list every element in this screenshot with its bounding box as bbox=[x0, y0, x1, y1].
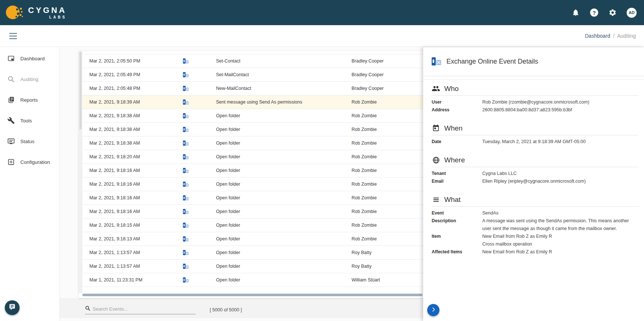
section-title: Where bbox=[444, 156, 465, 164]
section-header: Where bbox=[432, 156, 638, 167]
result-count: [ 5000 of 5000 ] bbox=[210, 307, 242, 312]
event-time: Mar 2, 2021, 9:18:20 AM bbox=[89, 154, 183, 159]
event-name: Set-Contact bbox=[216, 58, 352, 64]
event-user: Bradley Cooper bbox=[352, 72, 423, 77]
sidebar-item-auditing[interactable]: Auditing bbox=[0, 69, 59, 89]
section-title: When bbox=[444, 124, 463, 132]
field-row: DateTuesday, March 2, 2021 at 9:18:39 AM… bbox=[432, 138, 638, 146]
table-row[interactable]: Mar 2, 2021, 9:18:15 AMOpen folderRob Zo… bbox=[82, 219, 423, 232]
table-row[interactable]: Mar 2, 2021, 9:18:16 AMOpen folderRob Zo… bbox=[82, 164, 423, 178]
table-row[interactable]: Mar 2, 2021, 9:18:20 AMOpen folderRob Zo… bbox=[82, 150, 423, 164]
event-name: Open folder bbox=[216, 250, 352, 255]
event-time: Mar 2, 2021, 9:18:38 AM bbox=[89, 113, 183, 118]
table-row[interactable]: Mar 2, 2021, 9:18:38 AMOpen folderRob Zo… bbox=[82, 109, 423, 123]
breadcrumb-separator: / bbox=[613, 33, 614, 39]
search-area: [ 5000 of 5000 ] bbox=[79, 302, 423, 318]
field-label: Description bbox=[432, 217, 482, 225]
table-row[interactable]: Mar 2, 2021, 1:13:57 AMOpen folderRoy Ba… bbox=[82, 246, 423, 260]
table-row[interactable]: Mar 2, 2021, 9:18:13 AMOpen folderRob Zo… bbox=[82, 232, 423, 246]
search-input[interactable] bbox=[93, 306, 196, 312]
table-row[interactable]: Mar 2, 2021, 9:18:39 AMSent message usin… bbox=[82, 95, 423, 109]
field-value: Cygna Labs LLC bbox=[482, 170, 638, 178]
table-row[interactable]: Mar 1, 2021, 11:23:31 PMOpen folderWilli… bbox=[82, 273, 423, 287]
field-row: Address2600:8805:8804:ba00:8d37:a823:595… bbox=[432, 106, 638, 114]
chat-button[interactable] bbox=[5, 300, 20, 315]
field-label: Tenant bbox=[432, 170, 482, 178]
clipped-row bbox=[82, 51, 423, 54]
vertical-scrollbar[interactable] bbox=[79, 51, 82, 293]
help-icon[interactable]: ? bbox=[590, 8, 599, 17]
event-user: Rob Zombie bbox=[352, 236, 423, 241]
event-user: Roy Batty bbox=[352, 264, 423, 269]
event-name: Open folder bbox=[216, 195, 352, 200]
sidebar-item-tools[interactable]: Tools bbox=[0, 110, 59, 131]
event-time: Mar 2, 2021, 2:05:50 PM bbox=[89, 58, 183, 64]
reports-icon bbox=[7, 96, 15, 104]
section-header: What bbox=[432, 195, 638, 207]
bell-icon[interactable] bbox=[571, 8, 580, 17]
exchange-online-icon bbox=[183, 250, 216, 255]
exchange-online-icon bbox=[183, 127, 216, 132]
field-value: SendAs bbox=[482, 209, 638, 217]
field-row: TenantCygna Labs LLC bbox=[432, 170, 638, 178]
panel-separator bbox=[423, 76, 644, 80]
panel-title: Exchange Online Event Details bbox=[446, 58, 538, 65]
search-icon bbox=[7, 75, 15, 83]
horizontal-scrollbar[interactable] bbox=[82, 294, 422, 296]
event-user: Roy Batty bbox=[352, 250, 423, 255]
field-label: Email bbox=[432, 178, 482, 185]
status-icon bbox=[7, 137, 15, 145]
table-row[interactable]: Mar 2, 2021, 9:18:16 AMOpen folderRob Zo… bbox=[82, 205, 423, 219]
user-avatar[interactable]: AD bbox=[627, 8, 637, 18]
field-value: 2600:8805:8804:ba00:8d37:a823:595b:b3bf bbox=[482, 106, 638, 114]
event-user: Rob Zombie bbox=[352, 223, 423, 228]
breadcrumb-auditing: Auditing bbox=[617, 33, 636, 39]
field-value: A message was sent using the SendAs perm… bbox=[482, 217, 638, 233]
breadcrumb-dashboard[interactable]: Dashboard bbox=[585, 33, 610, 39]
event-name: Open folder bbox=[216, 264, 352, 269]
table-row[interactable]: Mar 2, 2021, 2:05:48 PMNew-MailContactBr… bbox=[82, 82, 423, 95]
cygna-logo-icon bbox=[6, 5, 23, 20]
field-value: Tuesday, March 2, 2021 at 9:18:39 AM GMT… bbox=[482, 138, 638, 146]
dashboard-icon bbox=[7, 54, 15, 62]
section-who: WhoUserRob Zombie (rzombie@cygnacore.onm… bbox=[432, 84, 638, 114]
table-row[interactable]: Mar 2, 2021, 2:05:50 PMSet-ContactBradle… bbox=[82, 54, 423, 68]
sidebar-item-reports[interactable]: Reports bbox=[0, 89, 59, 110]
table-row[interactable]: Mar 2, 2021, 9:18:38 AMOpen folderRob Zo… bbox=[82, 136, 423, 150]
field-label: Item bbox=[432, 233, 482, 240]
field-label: User bbox=[432, 98, 482, 106]
event-name: Open folder bbox=[216, 236, 352, 241]
event-time: Mar 2, 2021, 9:18:39 AM bbox=[89, 99, 183, 105]
table-row[interactable]: Mar 2, 2021, 9:18:16 AMOpen folderRob Zo… bbox=[82, 191, 423, 205]
exchange-online-icon bbox=[183, 99, 216, 105]
sidebar-item-configuration[interactable]: Configuration bbox=[0, 152, 59, 172]
event-time: Mar 2, 2021, 9:18:15 AM bbox=[89, 223, 183, 228]
event-name: Open folder bbox=[216, 223, 352, 228]
table-row[interactable]: Mar 2, 2021, 1:13:57 AMOpen folderRoy Ba… bbox=[82, 260, 423, 273]
exchange-online-icon bbox=[183, 58, 216, 64]
globe-icon bbox=[432, 156, 440, 164]
section-title: What bbox=[444, 196, 460, 204]
configuration-icon bbox=[7, 158, 15, 166]
section-header: When bbox=[432, 124, 638, 135]
exchange-online-icon bbox=[183, 154, 216, 159]
table-row[interactable]: Mar 2, 2021, 9:18:38 AMOpen folderRob Zo… bbox=[82, 123, 423, 136]
menu-icon[interactable] bbox=[9, 33, 17, 39]
gear-icon[interactable] bbox=[608, 8, 617, 17]
event-user: William Stüart bbox=[352, 277, 423, 283]
chevron-right-icon bbox=[431, 307, 436, 314]
table-row[interactable]: Mar 2, 2021, 9:18:16 AMOpen folderRob Zo… bbox=[82, 178, 423, 191]
list-icon bbox=[432, 195, 440, 204]
sidebar-item-dashboard[interactable]: Dashboard bbox=[0, 48, 59, 69]
exchange-online-icon bbox=[183, 168, 216, 173]
sidebar-item-status[interactable]: Status bbox=[0, 131, 59, 152]
field-label: Event bbox=[432, 209, 482, 217]
chat-icon bbox=[8, 303, 16, 312]
exchange-online-icon bbox=[183, 236, 216, 241]
event-time: Mar 2, 2021, 9:18:38 AM bbox=[89, 127, 183, 132]
table-row[interactable]: Mar 2, 2021, 2:05:49 PMSet-MailContactBr… bbox=[82, 68, 423, 82]
tools-icon bbox=[7, 116, 15, 125]
panel-collapse-button[interactable] bbox=[427, 304, 439, 316]
exchange-online-icon bbox=[183, 72, 216, 77]
event-user: Rob Zombie bbox=[352, 99, 423, 105]
